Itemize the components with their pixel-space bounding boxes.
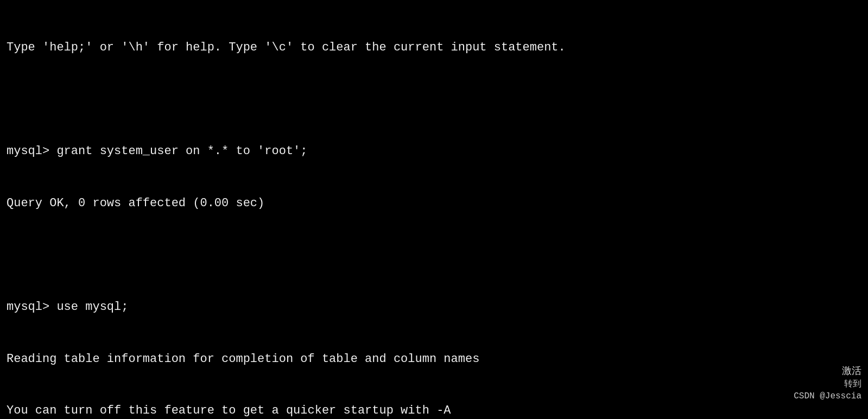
terminal-line-5: Reading table information for completion… [7,351,861,368]
watermark-transfer: 转到 [844,379,861,389]
blank-line-2 [7,246,861,264]
terminal-line-1: Type 'help;' or '\h' for help. Type '\c'… [7,39,861,56]
blank-line-1 [7,91,861,108]
watermark-csdn: CSDN @Jesscia [794,391,861,401]
watermark-activate: 激活 [842,366,861,377]
terminal-line-6: You can turn off this feature to get a q… [7,402,861,419]
watermark: 激活 转到 CSDN @Jesscia [794,352,861,415]
terminal-window[interactable]: Type 'help;' or '\h' for help. Type '\c'… [0,0,868,419]
terminal-line-3: Query OK, 0 rows affected (0.00 sec) [7,195,861,212]
terminal-line-4: mysql> use mysql; [7,299,861,316]
terminal-line-2: mysql> grant system_user on *.* to 'root… [7,143,861,160]
